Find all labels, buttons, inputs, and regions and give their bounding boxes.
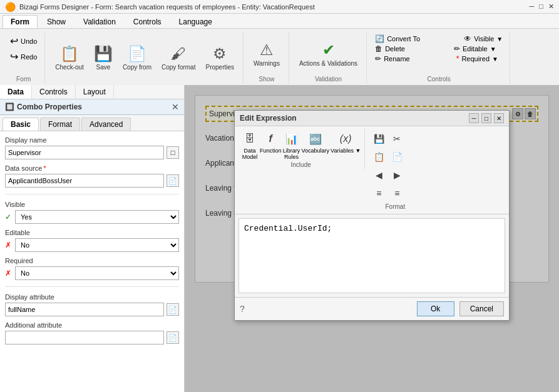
display-name-row: □: [5, 146, 179, 159]
data-source-icon-btn[interactable]: 📄: [167, 174, 179, 187]
close-btn[interactable]: ✕: [548, 3, 554, 11]
rename-btn[interactable]: ✏ Rename: [373, 54, 412, 64]
required-btn[interactable]: * Required ▼: [454, 54, 500, 64]
display-name-group: Display name □: [5, 136, 179, 159]
editable-select[interactable]: Yes No: [15, 238, 179, 252]
props-close-btn[interactable]: ✕: [172, 102, 179, 112]
redo-btn[interactable]: ↪ Redo: [8, 49, 39, 64]
cut-expr-btn[interactable]: ✂: [388, 130, 406, 148]
editable-x-icon: ✗: [5, 241, 11, 249]
include-icons: 🗄 DataModel f Function 📊 LibraryRules: [241, 130, 361, 160]
display-name-input[interactable]: [5, 146, 164, 159]
required-row: ✗ Yes No: [5, 266, 179, 280]
app-icon: 🟠: [5, 2, 16, 12]
additional-attr-input[interactable]: [5, 331, 164, 344]
display-attr-label: Display attribute: [5, 293, 179, 301]
left-tab-controls[interactable]: Controls: [32, 85, 76, 99]
tab-form[interactable]: Form: [3, 15, 38, 28]
indent-left-btn[interactable]: ◀: [370, 166, 387, 184]
expression-text: Credential.UserId;: [244, 224, 332, 233]
tab-show[interactable]: Show: [39, 15, 74, 28]
ok-btn[interactable]: Ok: [417, 301, 454, 316]
display-name-label: Display name: [5, 136, 179, 144]
align-right-btn[interactable]: ≡: [388, 184, 406, 202]
expression-body[interactable]: Credential.UserId;: [238, 218, 505, 293]
required-label: Required: [5, 257, 179, 264]
actions-btn[interactable]: ✔ Actions & Validations: [295, 39, 361, 69]
dialog-maximize-btn[interactable]: □: [481, 113, 491, 123]
help-btn[interactable]: ?: [240, 304, 245, 314]
copy-from-btn[interactable]: 📄 Copy from: [119, 43, 155, 73]
visible-select[interactable]: Yes No: [15, 210, 179, 224]
editable-group: Editable ✗ Yes No: [5, 229, 179, 252]
function-btn[interactable]: f: [262, 130, 279, 148]
data-model-btn[interactable]: 🗄: [241, 130, 259, 148]
maximize-btn[interactable]: □: [539, 3, 543, 11]
checkout-btn[interactable]: 📋 Check-out: [51, 43, 88, 73]
dialog-toolbar: 🗄 DataModel f Function 📊 LibraryRules: [235, 126, 509, 214]
props-tab-basic[interactable]: Basic: [3, 118, 39, 131]
additional-attr-icon-btn[interactable]: 📄: [167, 331, 179, 344]
display-attr-group: Display attribute 📄: [5, 293, 179, 316]
dialog-title-bar: Edit Expression ─ □ ✕: [235, 111, 509, 126]
warnings-btn[interactable]: ⚠ Warnings: [250, 39, 284, 69]
format-label: Format: [385, 203, 405, 210]
required-select[interactable]: Yes No: [15, 266, 179, 280]
tab-language[interactable]: Language: [171, 15, 220, 28]
library-rules-tool: 📊 LibraryRules: [283, 130, 300, 160]
controls-group: 🔄 Convert To 👁 Visible ▼ 🗑 Delete ✏ Edit…: [368, 33, 510, 84]
visible-label: Visible: [5, 201, 179, 208]
dialog-buttons: Ok Cancel: [417, 301, 504, 316]
display-attr-icon-btn[interactable]: 📄: [167, 303, 179, 316]
props-content: Display name □ Data source* 📄: [0, 131, 184, 392]
include-label: Include: [291, 161, 311, 168]
tab-validation[interactable]: Validation: [75, 15, 124, 28]
indent-right-btn[interactable]: ▶: [388, 166, 406, 184]
vocabulary-btn[interactable]: 🔤: [307, 130, 324, 148]
visible-group: Visible ✓ Yes No: [5, 201, 179, 224]
display-attr-input[interactable]: [5, 303, 164, 316]
display-attr-row: 📄: [5, 303, 179, 316]
divider-2: [5, 286, 179, 287]
dialog-minimize-btn[interactable]: ─: [469, 113, 479, 123]
display-name-icon-btn[interactable]: □: [167, 146, 179, 159]
tab-controls[interactable]: Controls: [125, 15, 170, 28]
left-tab-data[interactable]: Data: [0, 85, 32, 99]
editable-label: Editable: [5, 229, 179, 236]
save-expr-btn[interactable]: 💾: [370, 130, 387, 148]
props-tab-format[interactable]: Format: [40, 118, 80, 131]
right-area: Supervisor: ⚙ 🗑 Vacation Leave State: Ap…: [185, 85, 559, 392]
title-text: Bizagi Forms Designer - Form: Search vac…: [19, 3, 315, 11]
left-panel: Data Controls Layout 🔲 Combo Properties …: [0, 85, 185, 392]
paste-expr-btn[interactable]: 📄: [388, 148, 406, 166]
dialog-controls: ─ □ ✕: [469, 113, 504, 123]
variables-btn[interactable]: (x): [337, 130, 354, 148]
data-source-input[interactable]: [5, 174, 164, 188]
visible-btn[interactable]: 👁 Visible ▼: [462, 34, 505, 44]
combo-icon: 🔲: [5, 103, 14, 111]
data-source-row: 📄: [5, 174, 179, 188]
convert-to-btn[interactable]: 🔄 Convert To: [373, 34, 422, 44]
function-tool: f Function: [260, 130, 282, 160]
cancel-btn[interactable]: Cancel: [459, 301, 504, 316]
copy-expr-btn[interactable]: 📋: [370, 148, 387, 166]
include-group: 🗄 DataModel f Function 📊 LibraryRules: [237, 129, 365, 169]
align-left-btn[interactable]: ≡: [370, 184, 387, 202]
delete-btn[interactable]: 🗑 Delete: [373, 44, 407, 54]
dialog-overlay: Edit Expression ─ □ ✕ 🗄 DataMod: [185, 85, 559, 392]
minimize-btn[interactable]: ─: [530, 3, 535, 11]
props-panel: 🔲 Combo Properties ✕ Basic Format Advanc…: [0, 99, 184, 392]
copy-format-btn[interactable]: 🖌 Copy format: [158, 43, 199, 73]
left-tab-layout[interactable]: Layout: [76, 85, 114, 99]
props-tab-advanced[interactable]: Advanced: [81, 118, 131, 131]
data-source-group: Data source* 📄: [5, 164, 179, 188]
save-btn[interactable]: 💾 Save: [90, 43, 116, 73]
left-panel-tabs: Data Controls Layout: [0, 85, 184, 99]
editable-btn[interactable]: ✏ Editable ▼: [452, 44, 498, 54]
library-rules-btn[interactable]: 📊: [283, 130, 300, 148]
dialog-close-btn[interactable]: ✕: [494, 113, 504, 123]
props-tabs: Basic Format Advanced: [0, 115, 184, 131]
properties-btn[interactable]: ⚙ Properties: [202, 43, 238, 73]
undo-btn[interactable]: ↩ Undo: [8, 34, 39, 48]
vocabulary-tool: 🔤 Vocabulary: [302, 130, 330, 160]
